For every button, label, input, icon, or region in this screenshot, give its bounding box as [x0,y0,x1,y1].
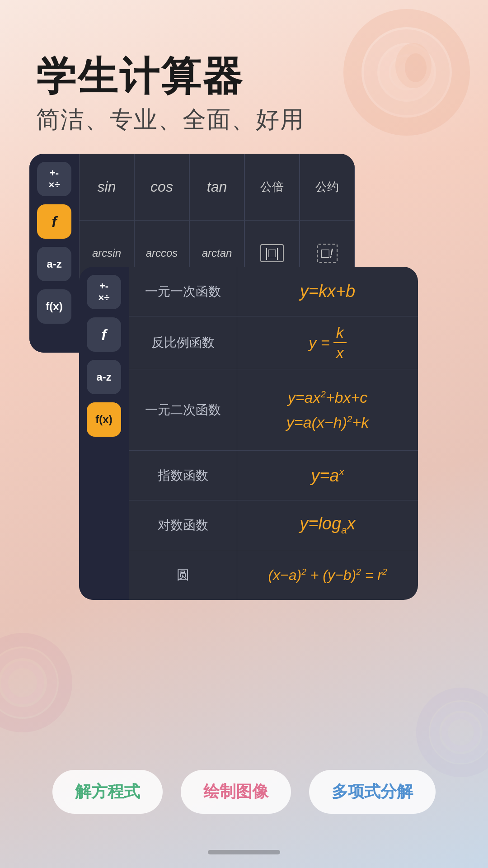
az-button[interactable]: a-z [37,247,71,281]
ops-button[interactable]: +-×÷ [37,162,71,196]
exponential-function-name: 指数函数 [129,451,237,500]
spiral-decoration-top [343,9,470,136]
svg-point-5 [405,53,427,82]
fx-button[interactable]: f(x) [37,289,71,324]
front-sidebar: +-×÷ f a-z f(x) [79,267,129,600]
az-button-2[interactable]: a-z [87,360,121,394]
inverse-function-name: 反比例函数 [129,316,237,369]
circle-function-formula: (x−a)2 + (y−b)2 = r2 [237,550,418,600]
factorize-button[interactable]: 多项式分解 [309,770,436,814]
svg-point-8 [5,665,41,701]
spiral-decoration-bottom-right [416,687,488,778]
inverse-function-formula: y = k x [237,316,418,369]
bottom-action-buttons: 解方程式 绘制图像 多项式分解 [0,770,488,814]
function-list: 一元一次函数 y=kx+b 反比例函数 y = k x [129,267,418,600]
f-button[interactable]: f [37,204,71,239]
lcm-button[interactable]: 公倍 [244,154,300,220]
fx-button-2[interactable]: f(x) [87,402,121,437]
quadratic-function-row[interactable]: 一元二次函数 y=ax2+bx+c y=a(x−h)2+k [129,369,418,451]
svg-point-11 [445,716,477,749]
f-button-2[interactable]: f [87,317,121,352]
page-subtitle: 简洁、专业、全面、好用 [36,104,305,136]
circle-function-name: 圆 [129,550,237,600]
linear-function-formula: y=kx+b [237,267,418,316]
logarithm-function-row[interactable]: 对数函数 y=logax [129,500,418,550]
exponential-function-row[interactable]: 指数函数 y=ax [129,451,418,500]
spiral-decoration-bottom-left [0,633,72,732]
home-indicator [208,850,280,854]
back-sidebar: +-×÷ f a-z f(x) [29,154,79,353]
page-title: 学生计算器 [36,50,244,104]
gcd-button[interactable]: 公约 [300,154,355,220]
draw-graph-button[interactable]: 绘制图像 [181,770,291,814]
ops-button-2[interactable]: +-×÷ [87,275,121,309]
function-reference-card: +-×÷ f a-z f(x) 一元一次函数 y=kx+b [79,267,418,600]
linear-function-name: 一元一次函数 [129,267,237,316]
tan-button[interactable]: tan [189,154,244,220]
sin-button[interactable]: sin [79,154,134,220]
circle-function-row[interactable]: 圆 (x−a)2 + (y−b)2 = r2 [129,550,418,600]
exponential-function-formula: y=ax [237,451,418,500]
logarithm-function-name: 对数函数 [129,500,237,550]
quadratic-function-name: 一元二次函数 [129,369,237,450]
inverse-function-row[interactable]: 反比例函数 y = k x [129,316,418,369]
linear-function-row[interactable]: 一元一次函数 y=kx+b [129,267,418,316]
logarithm-function-formula: y=logax [237,500,418,550]
solve-equation-button[interactable]: 解方程式 [52,770,163,814]
cos-button[interactable]: cos [134,154,189,220]
quadratic-function-formula: y=ax2+bx+c y=a(x−h)2+k [237,369,418,450]
